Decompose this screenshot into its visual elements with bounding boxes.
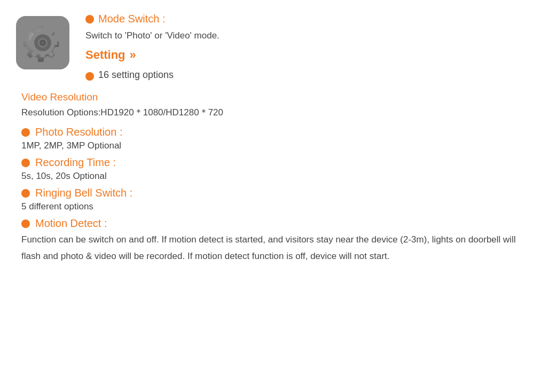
svg-rect-3: [41, 53, 45, 58]
mode-switch-dot: [85, 15, 94, 23]
gear-icon: [16, 16, 69, 69]
motion-detect-row: Motion Detect :: [21, 217, 518, 230]
setting-label: Setting: [85, 48, 125, 62]
svg-rect-2: [41, 28, 45, 33]
motion-detect-description: Function can be switch on and off. If mo…: [21, 232, 518, 264]
photo-resolution-description: 1MP, 2MP, 3MP Optional: [21, 140, 518, 151]
video-resolution-description: Resolution Options:HD1920＊1080/HD1280＊72…: [21, 106, 518, 119]
svg-point-12: [41, 41, 44, 44]
motion-detect-title: Motion Detect :: [35, 217, 107, 230]
ringing-bell-description: 5 different options: [21, 201, 518, 212]
options-count-row: 16 setting options: [85, 69, 518, 83]
ringing-bell-row: Ringing Bell Switch :: [21, 187, 518, 199]
video-resolution-title: Video Resolution: [21, 91, 518, 103]
photo-resolution-title: Photo Resolution :: [35, 126, 122, 138]
content-area: Video Resolution Resolution Options:HD19…: [16, 91, 518, 264]
options-dot: [85, 72, 94, 81]
svg-rect-4: [53, 41, 58, 45]
recording-time-title: Recording Time :: [35, 156, 116, 169]
photo-resolution-row: Photo Resolution :: [21, 126, 518, 138]
setting-header: Setting »: [85, 48, 518, 62]
mode-switch-title: Mode Switch :: [85, 13, 518, 25]
recording-time-dot: [21, 159, 30, 167]
mode-switch-description: Switch to 'Photo' or 'Video' mode.: [85, 28, 518, 43]
top-section: Mode Switch : Switch to 'Photo' or 'Vide…: [16, 11, 518, 86]
recording-time-row: Recording Time :: [21, 156, 518, 169]
chevron-icon: »: [130, 48, 136, 62]
photo-resolution-dot: [21, 128, 30, 137]
ringing-bell-dot: [21, 189, 30, 198]
ringing-bell-title: Ringing Bell Switch :: [35, 187, 132, 199]
svg-rect-5: [28, 41, 33, 45]
options-count-label: 16 setting options: [98, 69, 174, 81]
recording-time-description: 5s, 10s, 20s Optional: [21, 171, 518, 182]
top-text-block: Mode Switch : Switch to 'Photo' or 'Vide…: [85, 11, 518, 86]
motion-detect-dot: [21, 219, 30, 228]
mode-switch-label: Mode Switch :: [98, 13, 166, 25]
